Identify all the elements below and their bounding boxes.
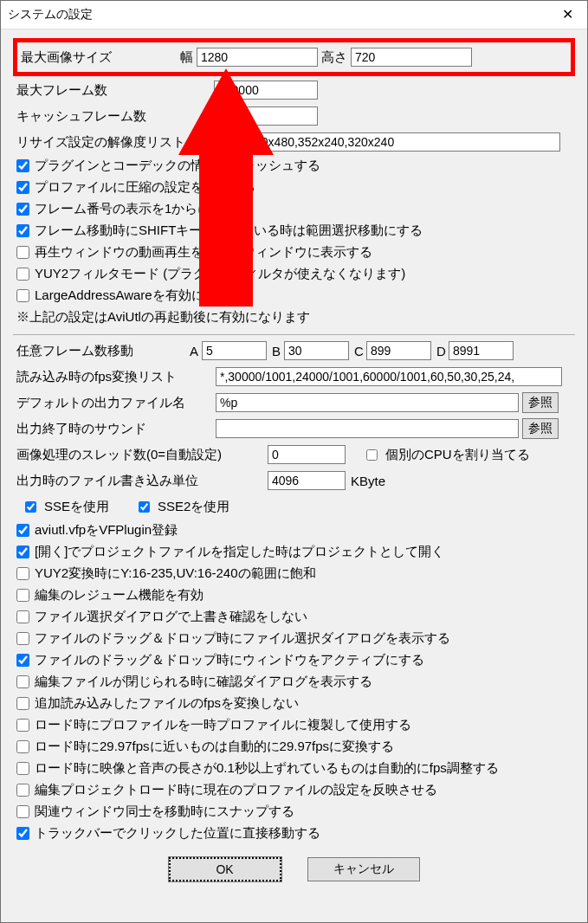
- cache-frames-label: キャッシュフレーム数: [13, 108, 214, 125]
- chk-load-2997-box[interactable]: [16, 740, 29, 753]
- chk-sse2[interactable]: SSE2を使用: [135, 499, 229, 515]
- chk-load-profile-apply[interactable]: 編集プロジェクトロード時に現在のプロファイルの設定を反映させる: [13, 782, 575, 798]
- chk-profile-compress-box[interactable]: [16, 181, 29, 194]
- chk-vfplugin[interactable]: aviutl.vfpをVFPlugin登録: [13, 522, 575, 539]
- cancel-button[interactable]: キャンセル: [307, 857, 420, 881]
- afm-b-label: B: [272, 344, 284, 358]
- chk-shift-range-box[interactable]: [16, 224, 29, 237]
- chk-sse-box[interactable]: [25, 501, 36, 513]
- def-out-label: デフォルトの出力ファイル名: [13, 395, 216, 411]
- chk-trackbar-direct[interactable]: トラックバーでクリックした位置に直接移動する: [13, 825, 575, 842]
- any-frame-move-label: 任意フレーム数移動: [13, 343, 190, 359]
- chk-load-fps-adjust-box[interactable]: [16, 762, 29, 775]
- fps-list-label: 読み込み時のfps変換リスト: [13, 369, 216, 385]
- chk-load-profile-apply-box[interactable]: [16, 784, 29, 797]
- chk-plugin-cache-box[interactable]: [16, 159, 29, 172]
- write-unit-label: 出力時のファイル書き込み単位: [13, 473, 268, 489]
- chk-addload-fps[interactable]: 追加読み込みしたファイルのfpsを変換しない: [13, 695, 575, 712]
- write-unit-suffix: KByte: [351, 474, 385, 488]
- end-sound-browse[interactable]: 参照: [522, 418, 559, 439]
- chk-yuy2-filter-box[interactable]: [16, 268, 29, 281]
- def-out-browse[interactable]: 参照: [522, 392, 559, 413]
- chk-sse[interactable]: SSEを使用: [22, 499, 109, 515]
- chk-open-project-box[interactable]: [16, 545, 29, 558]
- threads-label: 画像処理のスレッド数(0=自動設定): [13, 447, 268, 463]
- chk-close-confirm[interactable]: 編集ファイルが閉じられる時に確認ダイアログを表示する: [13, 674, 575, 690]
- chk-laa-box[interactable]: [16, 289, 29, 302]
- chk-overwrite[interactable]: ファイル選択ダイアログで上書き確認をしない: [13, 609, 575, 625]
- chk-resume-box[interactable]: [16, 589, 29, 602]
- chk-sse2-box[interactable]: [139, 501, 150, 513]
- separator: [13, 334, 575, 335]
- def-out-input[interactable]: [216, 393, 519, 412]
- max-image-size-label: 最大画像サイズ: [21, 49, 177, 66]
- chk-laa[interactable]: LargeAddressAwareを有効にする: [13, 287, 575, 304]
- chk-yuy2-sat[interactable]: YUY2変換時にY:16-235,UV:16-240の範囲に飽和: [13, 565, 575, 582]
- afm-c-input[interactable]: [366, 341, 431, 360]
- height-input[interactable]: [351, 48, 472, 67]
- chk-cpu-assign-box[interactable]: [366, 449, 378, 461]
- chk-yuy2-filter[interactable]: YUY2フィルタモード (プラグインフィルタが使えなくなります): [13, 266, 575, 282]
- end-sound-label: 出力終了時のサウンド: [13, 421, 216, 437]
- chk-dnd-active[interactable]: ファイルのドラッグ＆ドロップ時にウィンドウをアクティブにする: [13, 652, 575, 668]
- chk-load-2997[interactable]: ロード時に29.97fpsに近いものは自動的に29.97fpsに変換する: [13, 739, 575, 755]
- chk-overwrite-box[interactable]: [16, 610, 29, 623]
- ok-button[interactable]: OK: [169, 857, 281, 881]
- afm-d-label: D: [436, 344, 449, 358]
- chk-close-confirm-box[interactable]: [16, 675, 29, 688]
- end-sound-input[interactable]: [216, 419, 519, 438]
- width-input[interactable]: [197, 48, 318, 67]
- write-unit-input[interactable]: [268, 471, 346, 490]
- chk-snap-windows[interactable]: 関連ウィンドウ同士を移動時にスナップする: [13, 804, 575, 820]
- chk-dnd-dialog-box[interactable]: [16, 632, 29, 645]
- chk-vfplugin-box[interactable]: [16, 524, 29, 537]
- chk-play-main-box[interactable]: [16, 246, 29, 259]
- chk-trackbar-direct-box[interactable]: [16, 827, 29, 840]
- max-frames-input[interactable]: [214, 81, 318, 100]
- resize-list-label: リサイズ設定の解像度リスト: [13, 134, 214, 151]
- afm-b-input[interactable]: [284, 341, 349, 360]
- titlebar: システムの設定 ✕: [1, 1, 587, 29]
- close-button[interactable]: ✕: [548, 1, 587, 29]
- fps-list-input[interactable]: [216, 367, 562, 386]
- cache-frames-input[interactable]: [214, 106, 318, 126]
- height-label: 高さ: [321, 49, 347, 66]
- chk-load-profile-copy[interactable]: ロード時にプロファイルを一時プロファイルに複製して使用する: [13, 717, 575, 733]
- chk-profile-compress[interactable]: プロファイルに圧縮の設定を保持する: [13, 179, 575, 196]
- chk-load-fps-adjust[interactable]: ロード時に映像と音声の長さが0.1秒以上ずれているものは自動的にfps調整する: [13, 760, 575, 777]
- chk-addload-fps-box[interactable]: [16, 697, 29, 710]
- close-icon: ✕: [562, 8, 573, 22]
- afm-d-input[interactable]: [449, 341, 514, 360]
- chk-play-main[interactable]: 再生ウィンドウの動画再生をメインウィンドウに表示する: [13, 244, 575, 261]
- afm-a-label: A: [190, 344, 202, 358]
- chk-load-profile-copy-box[interactable]: [16, 719, 29, 732]
- chk-yuy2-sat-box[interactable]: [16, 567, 29, 580]
- resize-list-input[interactable]: [214, 132, 560, 152]
- chk-snap-windows-box[interactable]: [16, 805, 29, 818]
- chk-resume[interactable]: 編集のレジューム機能を有効: [13, 587, 575, 604]
- chk-cpu-assign[interactable]: 個別のCPUを割り当てる: [363, 447, 530, 463]
- afm-c-label: C: [354, 344, 366, 358]
- chk-dnd-dialog[interactable]: ファイルのドラッグ＆ドロップ時にファイル選択ダイアログを表示する: [13, 630, 575, 647]
- chk-dnd-active-box[interactable]: [16, 654, 29, 667]
- width-label: 幅: [180, 49, 193, 66]
- restart-note: ※上記の設定はAviUtlの再起動後に有効になります: [16, 309, 575, 326]
- threads-input[interactable]: [268, 445, 346, 464]
- max-image-size-highlight: 最大画像サイズ 幅 高さ: [13, 38, 575, 76]
- afm-a-input[interactable]: [202, 341, 267, 360]
- max-frames-label: 最大フレーム数: [13, 82, 214, 99]
- chk-open-project[interactable]: [開く]でプロジェクトファイルを指定した時はプロジェクトとして開く: [13, 544, 575, 560]
- chk-frame-from-one-box[interactable]: [16, 203, 29, 216]
- chk-frame-from-one[interactable]: フレーム番号の表示を1からにする: [13, 201, 575, 217]
- window-title: システムの設定: [8, 7, 93, 23]
- chk-shift-range[interactable]: フレーム移動時にSHIFTキーを押している時は範囲選択移動にする: [13, 223, 575, 239]
- chk-plugin-cache[interactable]: プラグインとコーデックの情報をキャッシュする: [13, 158, 575, 174]
